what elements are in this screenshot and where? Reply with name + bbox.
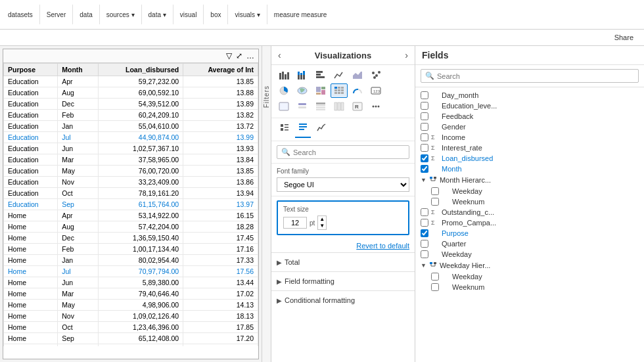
viz-field-format-section: ▶ Field formatting <box>271 271 415 290</box>
viz-treemap[interactable] <box>312 83 329 98</box>
viz-more[interactable] <box>367 99 384 114</box>
cell-purpose: Home <box>4 333 58 344</box>
text-size-input[interactable] <box>283 217 307 229</box>
field-checkbox[interactable] <box>431 187 439 195</box>
field-format-section-header[interactable]: ▶ Field formatting <box>277 275 409 288</box>
svg-rect-9 <box>303 75 305 79</box>
table-row: Home Apr 53,14,922.00 16.15 <box>4 210 258 221</box>
cell-purpose: Education <box>4 188 58 199</box>
ribbon-visual[interactable]: visual <box>177 10 200 20</box>
field-name: Month <box>442 165 462 173</box>
ribbon-box[interactable]: box <box>208 10 223 20</box>
viz-prev-btn[interactable]: ‹ <box>278 50 281 60</box>
field-name: Feedback <box>442 112 473 120</box>
viz-line-chart[interactable] <box>331 68 348 82</box>
field-checkbox[interactable] <box>421 144 428 152</box>
viz-tab-analytics[interactable] <box>313 121 329 138</box>
cell-avg: 13.82 <box>183 110 258 121</box>
viz-card[interactable]: 123 <box>367 83 384 98</box>
viz-map[interactable] <box>294 83 311 98</box>
field-checkbox[interactable] <box>421 102 428 110</box>
viz-kpi[interactable] <box>275 99 292 114</box>
share-bar: Share <box>0 30 644 46</box>
viz-bar-chart[interactable] <box>275 68 292 82</box>
revert-to-default-btn[interactable]: Revert to default <box>356 242 409 250</box>
field-checkbox[interactable] <box>421 165 428 173</box>
ribbon-data[interactable]: data <box>77 10 95 20</box>
field-checkbox[interactable] <box>421 229 428 237</box>
field-checkbox[interactable] <box>421 112 428 120</box>
field-checkbox[interactable] <box>421 208 428 216</box>
conditional-label: Conditional formatting <box>285 296 355 304</box>
viz-slicer[interactable] <box>294 99 311 114</box>
more-icon-btn[interactable]: … <box>246 51 254 60</box>
ribbon-measure[interactable]: measure measure <box>271 10 330 20</box>
ribbon-server[interactable]: Server <box>44 10 68 20</box>
conditional-section-header[interactable]: ▶ Conditional formatting <box>277 294 409 307</box>
field-item: Σ Interest_rate <box>415 143 644 153</box>
cell-purpose: Home <box>4 255 58 266</box>
svg-rect-31 <box>338 92 340 94</box>
viz-matrix2[interactable] <box>331 99 348 114</box>
field-checkbox[interactable] <box>431 273 439 281</box>
cell-loan: 1,00,17,134.40 <box>98 244 183 255</box>
main-content: ▽ ⤢ … Purpose Month Loan_disbursed Avera… <box>0 46 644 362</box>
cell-month: Jan <box>58 255 98 266</box>
svg-rect-6 <box>300 73 302 75</box>
field-checkbox[interactable] <box>421 219 428 227</box>
cell-loan: 70,97,794.00 <box>98 266 183 277</box>
cell-month: Nov <box>58 177 98 188</box>
table-row: Education Dec 54,39,512.00 13.89 <box>4 99 258 110</box>
data-table-scroll[interactable]: Purpose Month Loan_disbursed Average of … <box>3 63 258 346</box>
svg-rect-1 <box>282 72 284 79</box>
svg-rect-41 <box>316 109 325 110</box>
ribbon-visuals[interactable]: visuals ▾ <box>232 10 262 20</box>
viz-horizontal-bar[interactable] <box>312 68 329 82</box>
viz-gauge[interactable] <box>349 83 366 98</box>
field-checkbox[interactable] <box>421 154 428 162</box>
field-group-header[interactable]: ▼ Weekday Hier... <box>415 260 644 271</box>
filter-panel[interactable]: Filters <box>262 46 271 362</box>
filter-icon-btn[interactable]: ▽ <box>226 51 232 60</box>
viz-tab-fields[interactable] <box>277 121 292 138</box>
viz-stacked-bar[interactable] <box>294 68 311 82</box>
table-row: Home Oct 1,23,46,396.00 17.85 <box>4 322 258 333</box>
ribbon-sources[interactable]: sources ▾ <box>104 10 137 20</box>
field-checkbox[interactable] <box>421 240 428 248</box>
cell-month: Mar <box>58 288 98 300</box>
text-size-down[interactable]: ▼ <box>318 223 326 229</box>
viz-scatter[interactable] <box>367 68 384 82</box>
field-item: Weekday <box>415 271 644 282</box>
field-checkbox[interactable] <box>421 250 428 258</box>
viz-area-chart[interactable] <box>349 68 366 82</box>
viz-header: ‹ Visualizations › <box>271 46 415 65</box>
fields-search-input[interactable] <box>437 72 634 80</box>
cell-avg: 17.85 <box>183 322 258 333</box>
text-size-up[interactable]: ▲ <box>318 216 326 223</box>
ribbon-datasets[interactable]: datasets <box>5 10 35 20</box>
viz-search-input[interactable] <box>293 148 405 156</box>
total-section-header[interactable]: ▶ Total <box>277 256 409 269</box>
viz-table[interactable] <box>312 99 329 114</box>
cell-avg: 13.94 <box>183 188 258 199</box>
cell-month: Jul <box>58 266 98 277</box>
field-checkbox[interactable] <box>421 91 428 99</box>
expand-icon-btn[interactable]: ⤢ <box>236 51 242 60</box>
svg-rect-39 <box>316 105 325 106</box>
viz-pie[interactable] <box>275 83 292 98</box>
field-group-header[interactable]: ▼ Month Hierarc... <box>415 174 644 186</box>
field-checkbox[interactable] <box>421 133 428 141</box>
field-checkbox[interactable] <box>431 198 439 206</box>
viz-tab-format[interactable] <box>295 121 311 138</box>
viz-matrix[interactable] <box>331 83 348 98</box>
field-checkbox[interactable] <box>421 123 428 131</box>
svg-text:R: R <box>355 104 359 110</box>
viz-next-btn[interactable]: › <box>405 50 408 60</box>
font-family-select[interactable]: Segoe UI <box>277 177 409 192</box>
viz-r-script[interactable]: R <box>349 99 366 114</box>
field-checkbox[interactable] <box>431 283 439 291</box>
table-row: Education May 76,00,720.00 13.85 <box>4 166 258 177</box>
ribbon-data2[interactable]: data ▾ <box>146 10 169 20</box>
share-button[interactable]: Share <box>614 34 633 41</box>
cell-month: Dec <box>58 99 98 110</box>
